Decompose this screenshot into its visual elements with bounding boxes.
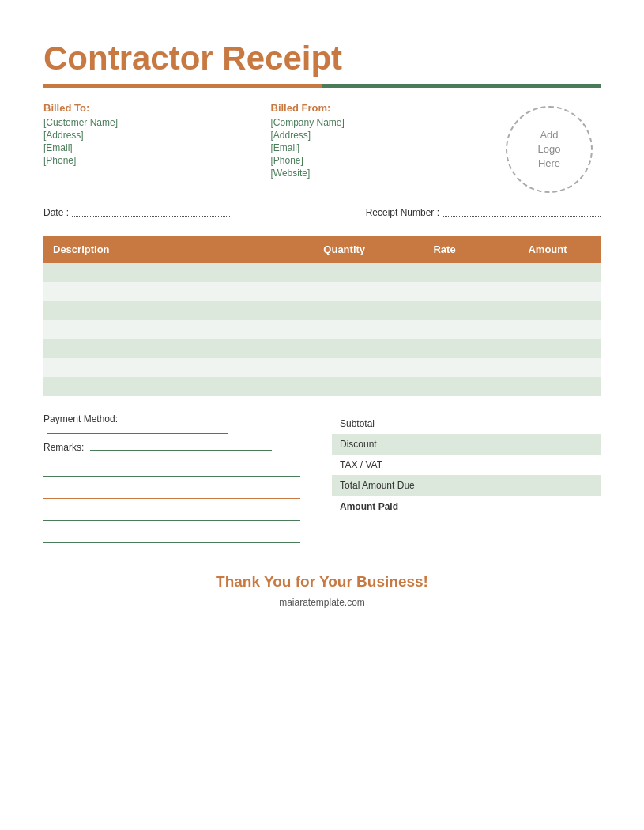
table-row [43, 320, 601, 339]
row4-qty [294, 320, 394, 339]
billing-section: Billed To: [Customer Name] [Address] [Em… [43, 102, 601, 193]
row1-rate [394, 263, 495, 282]
thank-you-text: Thank You for Your Business! [43, 573, 601, 590]
row5-amount [495, 339, 601, 358]
billed-from-label: Billed From: [271, 102, 499, 114]
row7-amount [495, 377, 601, 396]
discount-row: Discount [332, 434, 601, 455]
billed-to-label: Billed To: [43, 102, 271, 114]
date-field: Date : [43, 207, 230, 218]
header-description: Description [43, 236, 294, 263]
subtotal-label: Subtotal [332, 413, 537, 434]
row3-rate [394, 301, 495, 320]
receipt-number-label: Receipt Number : [366, 207, 439, 218]
remarks-label: Remarks: [43, 442, 84, 453]
website-text: maiaratemplate.com [43, 597, 601, 608]
row7-rate [394, 377, 495, 396]
row1-amount [495, 263, 601, 282]
table-row [43, 282, 601, 301]
row2-desc [43, 282, 294, 301]
customer-phone: [Phone] [43, 155, 271, 166]
row1-qty [294, 263, 394, 282]
table-row [43, 339, 601, 358]
discount-value [537, 434, 601, 455]
tax-label: TAX / VAT [332, 455, 537, 475]
summary-table: Subtotal Discount TAX / VAT Total Amount… [332, 413, 601, 517]
receipt-number-input-line [443, 209, 601, 217]
remarks-line-3 [43, 505, 300, 521]
row3-amount [495, 301, 601, 320]
discount-label: Discount [332, 434, 537, 455]
date-input-line [72, 209, 230, 217]
row2-amount [495, 282, 601, 301]
row6-qty [294, 358, 394, 377]
payment-remarks: Payment Method: Remarks: [43, 413, 332, 549]
total-value [537, 475, 601, 496]
customer-email: [Email] [43, 142, 271, 153]
row7-qty [294, 377, 394, 396]
payment-method-label: Payment Method: [43, 413, 118, 424]
table-row [43, 263, 601, 282]
summary-section: Subtotal Discount TAX / VAT Total Amount… [332, 413, 601, 549]
remarks-line-1 [43, 461, 300, 477]
row7-desc [43, 377, 294, 396]
page-title: Contractor Receipt [43, 40, 601, 77]
tax-row: TAX / VAT [332, 455, 601, 475]
company-name: [Company Name] [271, 117, 499, 128]
company-email: [Email] [271, 142, 499, 153]
row6-amount [495, 358, 601, 377]
row3-desc [43, 301, 294, 320]
date-row: Date : Receipt Number : [43, 207, 601, 218]
bottom-section: Payment Method: Remarks: Subtotal [43, 413, 601, 549]
customer-address: [Address] [43, 130, 271, 141]
total-label: Total Amount Due [332, 475, 537, 496]
remarks-extra-lines [43, 461, 300, 543]
divider-bar [43, 84, 601, 88]
row3-qty [294, 301, 394, 320]
company-address: [Address] [271, 130, 499, 141]
row4-rate [394, 320, 495, 339]
items-table: Description Quantity Rate Amount [43, 236, 601, 396]
row6-desc [43, 358, 294, 377]
header-rate: Rate [394, 236, 495, 263]
row4-amount [495, 320, 601, 339]
logo-area: AddLogoHere [498, 102, 601, 193]
row6-rate [394, 358, 495, 377]
remarks-line-4 [43, 527, 300, 543]
subtotal-row: Subtotal [332, 413, 601, 434]
amount-paid-value [537, 496, 601, 518]
row2-rate [394, 282, 495, 301]
billed-to-section: Billed To: [Customer Name] [Address] [Em… [43, 102, 271, 193]
row4-desc [43, 320, 294, 339]
company-phone: [Phone] [271, 155, 499, 166]
row5-rate [394, 339, 495, 358]
header-amount: Amount [495, 236, 601, 263]
amount-paid-label: Amount Paid [332, 496, 537, 518]
table-row [43, 358, 601, 377]
payment-method-field [47, 424, 228, 434]
total-row: Total Amount Due [332, 475, 601, 496]
customer-name: [Customer Name] [43, 117, 271, 128]
row5-desc [43, 339, 294, 358]
table-header-row: Description Quantity Rate Amount [43, 236, 601, 263]
logo-circle: AddLogoHere [506, 106, 593, 193]
amount-paid-row: Amount Paid [332, 496, 601, 518]
remarks-line-2 [43, 483, 300, 499]
tax-value [537, 455, 601, 475]
header-quantity: Quantity [294, 236, 394, 263]
table-row [43, 301, 601, 320]
row2-qty [294, 282, 394, 301]
date-label: Date : [43, 207, 69, 218]
subtotal-value [537, 413, 601, 434]
row5-qty [294, 339, 394, 358]
billed-from-section: Billed From: [Company Name] [Address] [E… [271, 102, 499, 193]
table-row [43, 377, 601, 396]
receipt-number-field: Receipt Number : [366, 207, 601, 218]
remarks-field [90, 441, 272, 451]
payment-method-row: Payment Method: [43, 413, 300, 436]
remarks-row: Remarks: [43, 441, 300, 453]
receipt-page: Contractor Receipt Billed To: [Customer … [0, 0, 644, 830]
row1-desc [43, 263, 294, 282]
company-website: [Website] [271, 168, 499, 179]
